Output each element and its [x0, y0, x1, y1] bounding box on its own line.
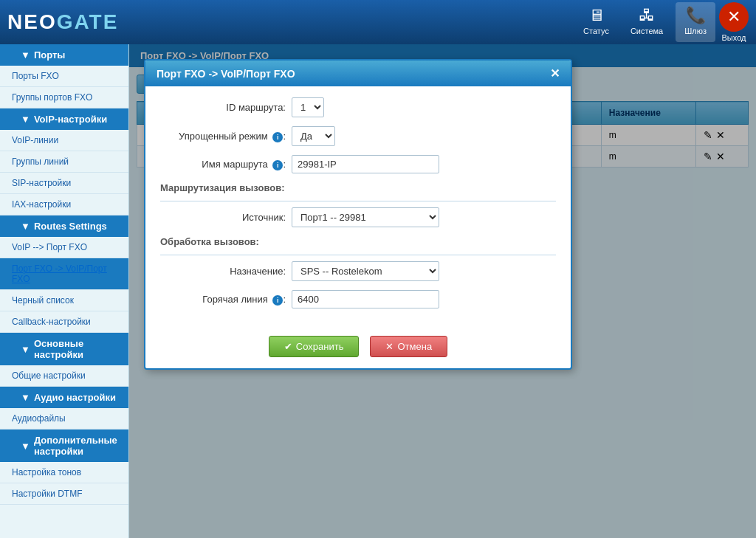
- nav-system-button[interactable]: 🖧 Система: [622, 2, 672, 42]
- advanced-arrow-icon: ▼: [21, 441, 30, 452]
- sidebar-item-fxo-groups[interactable]: Группы портов FXO: [0, 87, 128, 108]
- simplified-select[interactable]: ДаНет: [292, 126, 335, 146]
- modal-title: Порт FXO -> VoIP/Порт FXO: [157, 68, 295, 80]
- divider1: [160, 201, 556, 201]
- source-row: Источник: Порт1 -- 29981: [160, 207, 556, 227]
- sidebar-item-fxo-to-voip[interactable]: Порт FXO -> VoIP/Порт FXO: [0, 258, 128, 290]
- cancel-label: Отмена: [397, 341, 432, 352]
- modal-header: Порт FXO -> VoIP/Порт FXO ✕: [145, 61, 571, 86]
- sidebar: ▼ Порты Порты FXO Группы портов FXO ▼ Vo…: [0, 44, 129, 538]
- call-routing-label: Маршрутизация вызовов:: [160, 182, 556, 193]
- simplified-info-icon[interactable]: i: [272, 132, 283, 142]
- nav-status-label: Статус: [583, 27, 609, 35]
- save-label: Сохранить: [296, 341, 344, 352]
- route-id-select[interactable]: 123: [292, 97, 324, 117]
- voip-arrow-icon: ▼: [21, 114, 30, 125]
- hotline-label: Горячая линия i:: [160, 294, 286, 306]
- status-icon: 🖥: [588, 6, 605, 25]
- sidebar-section-basic[interactable]: ▼ Основные настройки: [0, 333, 128, 365]
- call-processing-label: Обработка вызовов:: [160, 236, 556, 247]
- sidebar-item-callback[interactable]: Callback-настройки: [0, 311, 128, 333]
- basic-arrow-icon: ▼: [21, 344, 30, 355]
- hotline-row: Горячая линия i:: [160, 290, 556, 308]
- cancel-button[interactable]: ✕ Отмена: [370, 336, 447, 357]
- logo-neo: NEO: [7, 10, 57, 33]
- sidebar-item-audiofiles[interactable]: Аудиофайлы: [0, 408, 128, 430]
- route-name-label: Имя маршрута i:: [160, 159, 286, 170]
- system-icon: 🖧: [639, 6, 655, 25]
- sidebar-section-audio[interactable]: ▼ Аудио настройки: [0, 387, 128, 408]
- sidebar-item-fxo-ports[interactable]: Порты FXO: [0, 66, 128, 87]
- simplified-row: Упрощенный режим i: ДаНет: [160, 126, 556, 146]
- nav-gateway-button[interactable]: 📞 Шлюз: [676, 2, 715, 42]
- modal-dialog: Порт FXO -> VoIP/Порт FXO ✕ ID маршрута:…: [144, 59, 572, 370]
- route-id-row: ID маршрута: 123: [160, 97, 556, 117]
- hotline-input[interactable]: [292, 290, 439, 308]
- sidebar-section-basic-label: Основные настройки: [34, 338, 121, 360]
- sidebar-item-line-groups[interactable]: Группы линий: [0, 151, 128, 173]
- sidebar-section-routes[interactable]: ▼ Routes Settings: [0, 215, 128, 237]
- sidebar-item-voip-lines[interactable]: VoIP-линии: [0, 130, 128, 151]
- nav-exit-wrap[interactable]: ✕ Выход: [719, 2, 749, 42]
- save-checkmark-icon: ✔: [284, 341, 292, 352]
- sidebar-section-advanced[interactable]: ▼ Дополнительные настройки: [0, 430, 128, 462]
- destination-label: Назначение:: [160, 266, 286, 277]
- sidebar-item-general[interactable]: Общие настройки: [0, 365, 128, 387]
- sidebar-section-voip[interactable]: ▼ VoIP-настройки: [0, 108, 128, 130]
- source-select[interactable]: Порт1 -- 29981: [292, 207, 439, 227]
- sidebar-section-advanced-label: Дополнительные настройки: [34, 435, 121, 457]
- sidebar-item-tone-settings[interactable]: Настройка тонов: [0, 462, 128, 483]
- gateway-icon: 📞: [686, 6, 706, 25]
- modal-body: ID маршрута: 123 Упрощенный режим i: ДаН…: [145, 86, 571, 328]
- sidebar-section-ports[interactable]: ▼ Порты: [0, 44, 128, 66]
- route-id-label: ID маршрута:: [160, 102, 286, 113]
- cancel-x-icon: ✕: [385, 341, 394, 352]
- nav-status-button[interactable]: 🖥 Статус: [574, 2, 618, 42]
- hotline-info-icon[interactable]: i: [272, 295, 283, 306]
- sidebar-section-ports-label: Порты: [34, 49, 66, 61]
- route-name-input[interactable]: [292, 155, 439, 173]
- exit-icon[interactable]: ✕: [719, 2, 749, 32]
- logo-gate: GATE: [57, 10, 119, 33]
- sidebar-item-dtmf-settings[interactable]: Настройки DTMF: [0, 483, 128, 505]
- routes-arrow-icon: ▼: [21, 221, 30, 232]
- source-label: Источник:: [160, 212, 286, 223]
- ports-arrow-icon: ▼: [21, 49, 30, 61]
- sidebar-item-sip-settings[interactable]: SIP-настройки: [0, 173, 128, 194]
- logo-text: NEOGATE: [7, 10, 118, 34]
- sidebar-item-voip-to-fxo[interactable]: VoIP --> Порт FXO: [0, 237, 128, 258]
- logo: NEOGATE: [7, 10, 118, 34]
- header: NEOGATE 🖥 Статус 🖧 Система 📞 Шлюз ✕ Выхо…: [0, 0, 756, 44]
- modal-close-button[interactable]: ✕: [550, 66, 560, 80]
- audio-arrow-icon: ▼: [21, 392, 30, 403]
- sidebar-section-routes-label: Routes Settings: [34, 221, 107, 232]
- simplified-label: Упрощенный режим i:: [160, 131, 286, 142]
- route-name-info-icon[interactable]: i: [272, 160, 283, 170]
- modal-footer: ✔ Сохранить ✕ Отмена: [145, 328, 571, 368]
- save-button[interactable]: ✔ Сохранить: [269, 336, 360, 357]
- nav-icons: 🖥 Статус 🖧 Система 📞 Шлюз ✕ Выход: [574, 2, 749, 42]
- nav-exit-label: Выход: [722, 33, 746, 42]
- sidebar-section-voip-label: VoIP-настройки: [34, 114, 107, 125]
- route-name-row: Имя маршрута i:: [160, 155, 556, 173]
- sidebar-item-blacklist[interactable]: Черный список: [0, 290, 128, 311]
- divider2: [160, 255, 556, 255]
- destination-row: Назначение: SPS -- Rostelekom: [160, 261, 556, 281]
- sidebar-item-iax-settings[interactable]: IAX-настройки: [0, 194, 128, 215]
- modal-overlay: Порт FXO -> VoIP/Порт FXO ✕ ID маршрута:…: [129, 44, 756, 538]
- destination-select[interactable]: SPS -- Rostelekom: [292, 261, 439, 281]
- sidebar-section-audio-label: Аудио настройки: [34, 392, 116, 403]
- nav-system-label: Система: [630, 27, 663, 35]
- nav-gateway-label: Шлюз: [684, 27, 707, 35]
